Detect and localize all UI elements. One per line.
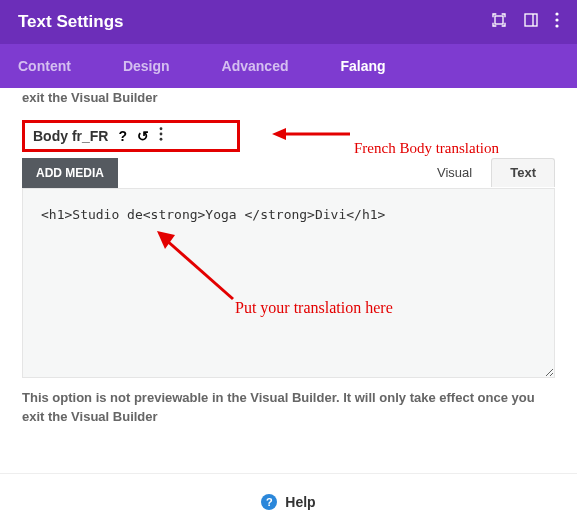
- tab-content[interactable]: Content: [18, 44, 95, 88]
- page-title: Text Settings: [18, 12, 123, 32]
- svg-rect-0: [495, 16, 503, 24]
- svg-point-3: [555, 12, 558, 15]
- reset-icon[interactable]: ↺: [137, 128, 149, 144]
- more-icon[interactable]: [555, 12, 559, 32]
- field-row: Body fr_FR ? ↺ French Body translation: [22, 120, 555, 152]
- expand-icon[interactable]: [491, 12, 507, 32]
- field-icons: ? ↺: [118, 127, 163, 144]
- truncated-note: exit the Visual Builder: [22, 88, 555, 108]
- annotation-editor: Put your translation here: [235, 299, 393, 317]
- footer: ? Help: [0, 473, 577, 518]
- help-icon[interactable]: ?: [118, 128, 127, 144]
- annotation-arrow2-icon: [153, 227, 243, 307]
- help-button[interactable]: ? Help: [261, 494, 315, 510]
- svg-point-6: [160, 127, 163, 130]
- field-header-box: Body fr_FR ? ↺: [22, 120, 240, 152]
- code-editor[interactable]: <h1>Studio de<strong>Yoga </strong>Divi<…: [22, 188, 555, 378]
- preview-note: This option is not previewable in the Vi…: [22, 388, 555, 427]
- svg-line-11: [165, 239, 233, 299]
- svg-point-4: [555, 18, 558, 21]
- tab-design[interactable]: Design: [123, 44, 194, 88]
- annotation-title: French Body translation: [354, 140, 499, 157]
- content-area: exit the Visual Builder Body fr_FR ? ↺ F…: [0, 88, 577, 445]
- tab-advanced[interactable]: Advanced: [222, 44, 313, 88]
- tab-falang[interactable]: Falang: [341, 44, 410, 88]
- svg-marker-10: [272, 128, 286, 140]
- annotation-arrow-icon: [272, 126, 350, 142]
- field-label: Body fr_FR: [33, 128, 108, 144]
- help-circle-icon: ?: [261, 494, 277, 510]
- editor-tab-visual[interactable]: Visual: [418, 158, 491, 187]
- editor-wrap: ADD MEDIA Visual Text <h1>Studio de<stro…: [22, 158, 555, 427]
- editor-tabs: Visual Text: [418, 158, 555, 187]
- main-tabs: Content Design Advanced Falang: [0, 44, 577, 88]
- panel-icon[interactable]: [523, 12, 539, 32]
- svg-point-8: [160, 138, 163, 141]
- svg-point-7: [160, 133, 163, 136]
- settings-header: Text Settings: [0, 0, 577, 44]
- svg-marker-12: [157, 231, 175, 249]
- svg-point-5: [555, 24, 558, 27]
- editor-tab-text[interactable]: Text: [491, 158, 555, 187]
- add-media-button[interactable]: ADD MEDIA: [22, 158, 118, 188]
- editor-content: <h1>Studio de<strong>Yoga </strong>Divi<…: [41, 207, 536, 222]
- help-label: Help: [285, 494, 315, 510]
- header-actions: [491, 12, 559, 32]
- options-icon[interactable]: [159, 127, 163, 144]
- svg-rect-1: [525, 14, 537, 26]
